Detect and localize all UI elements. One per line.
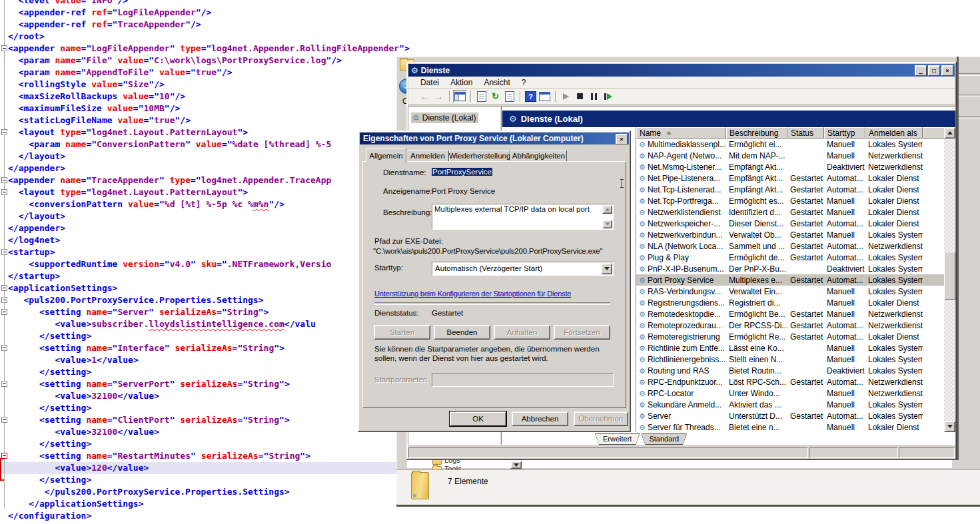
service-row[interactable]: ⚙RAS-Verbindungsv...Verwaltet Ein...Manu… <box>636 286 945 297</box>
anhalten-button[interactable]: Anhalten <box>494 325 550 340</box>
service-row[interactable]: ⚙RPC-Endpunktzuor...Löst RPC-Sch...Gesta… <box>636 376 945 388</box>
close-button[interactable]: × <box>941 65 953 76</box>
service-row[interactable]: ⚙Net.Tcp-Listenerad...Empfängt Akt...Ges… <box>636 184 945 195</box>
tab-abhängigkeiten[interactable]: Abhängigkeiten <box>510 150 567 162</box>
fold-collapse-icon[interactable] <box>1 381 7 387</box>
service-row[interactable]: ⚙Richtlinienergebniss...Stellt einen N..… <box>636 354 945 365</box>
menu-bar[interactable]: DateiAktionAnsicht? <box>408 77 955 89</box>
scrollbar-thumb[interactable] <box>944 252 955 300</box>
service-row[interactable]: ⚙Remoteprozedurau...Der RPCSS-Di...Gesta… <box>636 320 945 331</box>
toolbar[interactable]: ←→↻→? <box>408 89 955 105</box>
service-row[interactable]: ⚙Netzwerkverbindun...Verwaltet Ob...Gest… <box>636 229 945 240</box>
service-row[interactable]: ⚙Remotedesktopdie...Ermöglicht Be...Gest… <box>636 308 945 320</box>
code-line[interactable]: <appender name="LogFileAppender" type="l… <box>8 43 980 55</box>
apply-button[interactable]: Übernehmen <box>574 411 628 426</box>
service-row[interactable]: ⚙Net.Pipe-Listenera...Empfängt Akt...Ges… <box>636 172 945 184</box>
column-header-starttyp[interactable]: Starttyp <box>824 127 865 138</box>
properties-icon[interactable] <box>474 90 488 103</box>
service-row[interactable]: ⚙Richtlinie zum Entfe...Lässt eine Ko...… <box>636 342 945 354</box>
close-button[interactable]: × <box>616 134 628 144</box>
service-row[interactable]: ⚙Netzwerkspeicher-...Dieser Dienst...Ges… <box>636 218 945 229</box>
service-row[interactable]: ⚙RPC-LocatorUnter Windo...ManuellNetzwer… <box>636 388 945 399</box>
fold-collapse-icon[interactable] <box>1 249 7 255</box>
service-row[interactable]: ⚙RemoteregistrierungErmöglicht Re...Gest… <box>636 331 945 342</box>
forward-icon[interactable]: → <box>432 90 446 103</box>
service-row[interactable]: ⚙Routing und RASBietet Routin...Deaktivi… <box>636 365 945 376</box>
export-list-icon[interactable]: → <box>502 90 516 103</box>
help-icon[interactable]: ? <box>524 90 538 103</box>
refresh-icon[interactable]: ↻ <box>488 90 502 103</box>
code-line[interactable]: </configuration> <box>8 510 980 522</box>
fortsetzen-button[interactable]: Fortsetzen <box>554 325 610 340</box>
scroll-down-button[interactable] <box>602 220 612 228</box>
service-row[interactable]: ⚙Port Proxy ServiceMultiplexes e...Gesta… <box>636 274 945 286</box>
extended-view-icon[interactable] <box>538 90 552 103</box>
start-service-icon[interactable] <box>559 90 573 103</box>
minimize-button[interactable]: _ <box>915 65 927 76</box>
column-header-beschreibung[interactable]: Beschreibung <box>726 127 787 138</box>
dialog-titlebar[interactable]: Eigenschaften von Port Proxy Service (Lo… <box>360 132 629 144</box>
tab-anmelden[interactable]: Anmelden <box>406 150 449 162</box>
tab-wiederherstellung[interactable]: Wiederherstellung <box>449 150 510 162</box>
menu-item-datei[interactable]: Datei <box>420 78 439 87</box>
service-row[interactable]: ⚙NLA (Network Loca...Sammelt und ...Gest… <box>636 240 945 252</box>
fold-collapse-icon[interactable] <box>1 189 7 195</box>
fold-collapse-icon[interactable] <box>1 345 7 351</box>
service-row[interactable]: ⚙Net.Msmq-Listener...Empfängt Akt...Deak… <box>636 161 945 172</box>
fold-collapse-icon[interactable] <box>1 45 7 51</box>
code-line[interactable]: <appender-ref ref="TraceAppender"/> <box>8 19 980 31</box>
menu-item-aktion[interactable]: Aktion <box>450 78 472 87</box>
service-row[interactable]: ⚙PnP-X-IP-Busenum...Der PnP-X-Bu...Deakt… <box>636 263 945 274</box>
vertical-scrollbar[interactable] <box>944 127 955 432</box>
code-line[interactable]: <appender-ref ref="LogFileAppender"/> <box>8 7 980 19</box>
fold-collapse-icon[interactable] <box>1 177 7 183</box>
scroll-up-button[interactable] <box>944 127 955 138</box>
code-line[interactable]: <level value="INFO"/> <box>8 0 980 7</box>
scroll-down-button[interactable] <box>944 421 955 432</box>
service-row[interactable]: ⚙Server für Threads...Bietet eine n...Ma… <box>636 421 945 432</box>
startoptions-help-link[interactable]: Unterstützung beim Konfigurieren der Sta… <box>374 290 571 298</box>
service-row[interactable]: ⚙Sekundäre Anmeld...Aktiviert das ...Man… <box>636 399 945 410</box>
service-row[interactable]: ⚙Plug & PlayErmöglicht de...GestartetAut… <box>636 252 945 263</box>
view-tabs[interactable]: ErweitertStandard <box>595 433 687 445</box>
dropdown-button[interactable] <box>601 263 612 274</box>
console-tree-icon[interactable] <box>453 90 467 103</box>
tree-item-dienste-lokal[interactable]: ⚙ Dienste (Lokal) <box>411 113 478 123</box>
services-list[interactable]: NameBeschreibungStatusStarttypAnmelden a… <box>636 127 955 432</box>
view-tab-erweitert[interactable]: Erweitert <box>595 433 640 445</box>
menu-item-ansicht[interactable]: Ansicht <box>484 78 510 87</box>
code-line[interactable]: </root> <box>8 31 980 43</box>
column-header-name[interactable]: Name <box>636 127 726 138</box>
menu-item-[interactable]: ? <box>522 78 526 87</box>
service-row[interactable]: ⚙NetzwerklistendienstIdentifiziert d...G… <box>636 206 945 218</box>
fold-collapse-icon[interactable] <box>1 417 7 423</box>
properties-dialog[interactable]: Eigenschaften von Port Proxy Service (Lo… <box>358 131 631 432</box>
view-tab-standard[interactable]: Standard <box>641 433 687 445</box>
maximize-button[interactable]: □ <box>928 65 940 76</box>
service-row[interactable]: ⚙Multimediaklassenpl...Ermöglicht ei...M… <box>636 138 945 150</box>
restart-service-icon[interactable] <box>601 90 615 103</box>
service-row[interactable]: ⚙Net.Tcp-Portfreiga...Ermöglicht es...Ge… <box>636 195 945 206</box>
fold-collapse-icon[interactable] <box>1 297 7 303</box>
starten-button[interactable]: Starten <box>374 325 430 340</box>
pause-service-icon[interactable] <box>587 90 601 103</box>
startparameter-input[interactable] <box>432 373 614 387</box>
starttype-dropdown[interactable]: Automatisch (Verzögerter Start) <box>432 262 614 276</box>
stop-service-icon[interactable] <box>573 90 587 103</box>
cancel-button[interactable]: Abbrechen <box>512 411 568 426</box>
ok-button[interactable]: OK <box>450 411 506 426</box>
dropdown-button[interactable] <box>510 461 522 469</box>
scroll-up-button[interactable] <box>602 205 612 214</box>
fold-collapse-icon[interactable] <box>1 309 7 315</box>
services-titlebar[interactable]: ⚙ Dienste _□× <box>408 64 955 77</box>
fold-collapse-icon[interactable] <box>1 285 7 291</box>
service-row[interactable]: ⚙Registrierungsdiens...Registriert di...… <box>636 297 945 308</box>
back-icon[interactable]: ← <box>418 90 432 103</box>
fold-collapse-icon[interactable] <box>1 129 7 135</box>
tab-allgemein[interactable]: Allgemein <box>366 148 406 163</box>
service-row[interactable]: ⚙NAP-Agent (Netwo...Mit dem NAP-...Manue… <box>636 150 945 161</box>
column-header-anmeldenals[interactable]: Anmelden als <box>865 127 923 138</box>
beenden-button[interactable]: Beenden <box>434 325 490 340</box>
column-header-status[interactable]: Status <box>787 127 824 138</box>
service-name-value[interactable]: PortProxyService <box>432 168 492 176</box>
